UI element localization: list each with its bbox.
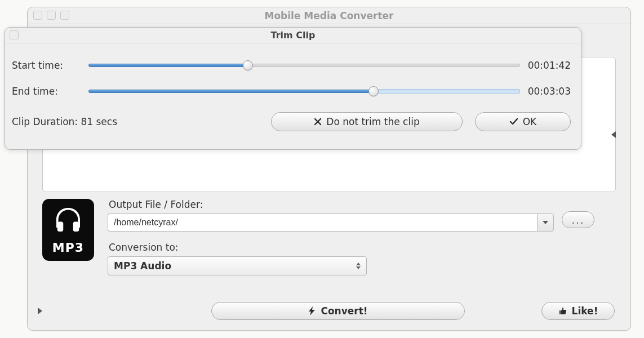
trim-dialog-title: Trim Clip <box>271 30 316 41</box>
browse-button-label: ... <box>571 214 584 226</box>
window-title: Mobile Media Converter <box>265 10 394 21</box>
do-not-trim-button[interactable]: Do not trim the clip <box>271 112 463 131</box>
slider-fill <box>88 64 248 67</box>
trim-dialog-footer: Clip Duration: 81 secs Do not trim the c… <box>11 112 571 131</box>
start-time-row: Start time: 00:01:42 <box>11 52 571 78</box>
thumbs-up-icon <box>558 306 567 315</box>
dialog-close-button[interactable] <box>10 30 19 39</box>
format-badge-text: MP3 <box>52 241 84 255</box>
like-button[interactable]: Like! <box>541 302 615 320</box>
chevron-down-icon <box>543 221 548 224</box>
expand-panel-icon[interactable] <box>38 308 42 314</box>
output-path-dropdown[interactable] <box>537 214 554 232</box>
check-icon <box>509 118 518 126</box>
end-time-row: End time: 00:03:03 <box>11 78 571 104</box>
format-badge: MP3 <box>42 199 94 261</box>
convert-button-label: Convert! <box>321 305 367 317</box>
end-time-label: End time: <box>11 86 88 97</box>
slider-fill-secondary <box>374 89 520 94</box>
start-time-value: 00:01:42 <box>520 60 571 71</box>
main-titlebar[interactable]: Mobile Media Converter <box>28 7 630 24</box>
like-button-label: Like! <box>572 305 598 317</box>
do-not-trim-label: Do not trim the clip <box>326 116 419 127</box>
output-path-label: Output File / Folder: <box>109 199 554 210</box>
bolt-icon <box>308 306 316 315</box>
output-form: Output File / Folder: Conversion to: MP3… <box>108 195 554 275</box>
headphones-icon <box>52 206 84 236</box>
svg-rect-1 <box>73 221 79 232</box>
conversion-label: Conversion to: <box>109 242 554 253</box>
window-max-button[interactable] <box>60 11 69 20</box>
bottom-bar: Convert! Like! <box>38 302 620 320</box>
ok-button[interactable]: OK <box>475 112 571 131</box>
output-path-input[interactable] <box>108 214 537 232</box>
start-time-slider[interactable] <box>88 60 520 70</box>
trim-dialog-body: Start time: 00:01:42 End time: 00:03:03 … <box>5 43 581 138</box>
slider-thumb[interactable] <box>243 60 253 70</box>
browse-button[interactable]: ... <box>562 211 594 228</box>
end-time-value: 00:03:03 <box>520 86 571 97</box>
close-icon <box>314 118 322 126</box>
collapse-panel-icon[interactable] <box>611 131 616 138</box>
select-arrows-icon <box>356 263 361 269</box>
window-buttons <box>33 11 69 20</box>
conversion-format-select[interactable]: MP3 Audio <box>108 256 367 275</box>
conversion-format-value: MP3 Audio <box>114 260 171 272</box>
ok-button-label: OK <box>523 116 537 127</box>
svg-rect-0 <box>57 221 64 232</box>
window-close-button[interactable] <box>33 11 42 20</box>
clip-duration-label: Clip Duration: 81 secs <box>12 116 117 127</box>
trim-dialog-titlebar[interactable]: Trim Clip <box>5 28 581 43</box>
convert-button[interactable]: Convert! <box>211 302 465 320</box>
trim-clip-dialog: Trim Clip Start time: 00:01:42 End time:… <box>5 27 581 150</box>
start-time-label: Start time: <box>11 60 88 71</box>
slider-fill <box>88 90 374 93</box>
slider-thumb[interactable] <box>368 86 379 96</box>
window-min-button[interactable] <box>47 11 56 20</box>
end-time-slider[interactable] <box>88 86 520 96</box>
